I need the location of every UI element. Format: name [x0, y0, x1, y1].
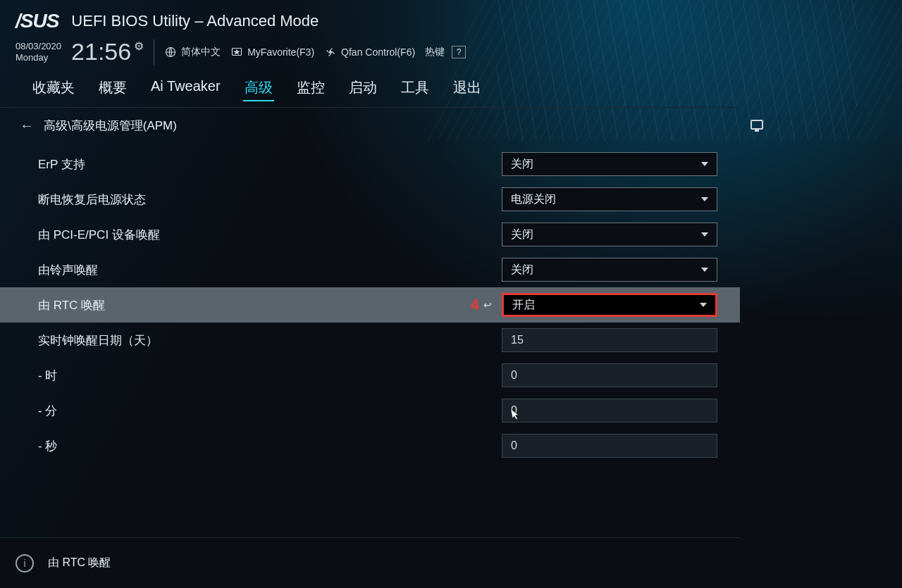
chevron-down-icon	[701, 268, 708, 272]
globe-icon	[164, 46, 177, 58]
stat-row: +3.3V3.313 V	[750, 403, 892, 427]
setting-row-2: 由 PCI-E/PCI 设备唤醒关闭	[0, 217, 740, 252]
hotkey-button[interactable]: 热键 ?	[425, 46, 466, 58]
setting-dropdown[interactable]: 关闭	[502, 258, 717, 282]
breadcrumb-text: 高级\高级电源管理(APM)	[44, 118, 177, 134]
setting-input[interactable]: 15	[502, 328, 717, 352]
date-block: 08/03/2020 Monday	[16, 41, 61, 63]
stat-value: 11.902 V	[750, 388, 807, 400]
stat-label: +12V	[750, 376, 807, 387]
tab-5[interactable]: 启动	[347, 75, 378, 101]
chevron-down-icon	[701, 232, 708, 237]
back-arrow-icon[interactable]: ←	[20, 118, 34, 134]
stat: 温度47°C	[835, 163, 891, 189]
stat-row: Vcore1.090 V	[750, 221, 892, 245]
tab-3[interactable]: 高级	[243, 75, 274, 101]
setting-row-4: 由 RTC 唤醒4↩开启	[0, 287, 740, 323]
breadcrumb: ← 高级\高级电源管理(APM)	[0, 108, 740, 144]
tab-2[interactable]: Ai Tweaker	[149, 75, 222, 101]
stat-label: +3.3V	[750, 403, 807, 413]
setting-input[interactable]: 0	[502, 434, 717, 458]
stat: +5V4.796 V	[835, 376, 891, 400]
settings-list: ErP 支持关闭断电恢复后电源状态电源关闭由 PCI-E/PCI 设备唤醒关闭由…	[0, 144, 740, 466]
tab-4[interactable]: 监控	[295, 75, 326, 101]
setting-row-6: - 时0	[0, 358, 740, 393]
setting-label: 断电恢复后电源状态	[38, 192, 502, 208]
monitor-icon	[750, 120, 763, 130]
setting-label: 由铃声唤醒	[38, 262, 502, 278]
stat: 频率3000 MHz	[750, 163, 807, 189]
chevron-down-icon	[700, 303, 707, 307]
page-title: UEFI BIOS Utility – Advanced Mode	[71, 12, 319, 30]
brand-logo: /SUS	[16, 10, 58, 32]
stat: +12V11.902 V	[750, 376, 807, 400]
setting-dropdown[interactable]: 开启	[502, 293, 717, 317]
setting-row-8: - 秒0	[0, 428, 740, 463]
dropdown-value: 关闭	[511, 227, 533, 242]
setting-dropdown[interactable]: 电源关闭	[502, 187, 717, 211]
clock: 21:56 ⚙	[71, 38, 144, 65]
stat: +3.3V3.313 V	[750, 403, 807, 427]
stat-row: APU Freq100.0 MHz比率30x	[750, 192, 892, 218]
setting-dropdown[interactable]: 关闭	[502, 152, 717, 176]
gear-icon[interactable]: ⚙	[134, 39, 144, 53]
main-area: ← 高级\高级电源管理(APM) ErP 支持关闭断电恢复后电源状态电源关闭由 …	[0, 107, 902, 588]
stat-value: 4096 MB	[750, 326, 807, 338]
annotation-marker: 4	[471, 296, 479, 314]
stat-label: Vcore	[750, 221, 807, 232]
stat-row: 频率3000 MHz温度47°C	[750, 163, 892, 189]
chevron-down-icon	[701, 197, 708, 201]
stat-value: 2133 MHz	[750, 297, 807, 309]
stat-value: 3000 MHz	[750, 177, 807, 189]
tab-1[interactable]: 概要	[97, 75, 128, 101]
stat-value: 1.090 V	[750, 233, 807, 245]
setting-label: - 时	[38, 368, 502, 384]
stat-value: 100.0 MHz	[750, 204, 807, 216]
cpu-section-title: 处理器	[750, 142, 892, 158]
stat-value: 1.200 V	[835, 297, 891, 309]
divider	[750, 345, 892, 346]
tab-6[interactable]: 工具	[400, 75, 431, 101]
setting-dropdown[interactable]: 关闭	[502, 223, 717, 246]
language-selector[interactable]: 简体中文	[164, 46, 221, 58]
dropdown-value: 关闭	[511, 157, 533, 172]
divider	[750, 252, 892, 253]
stat-label: 温度	[835, 163, 891, 176]
setting-label: - 秒	[38, 438, 502, 454]
tab-0[interactable]: 收藏夹	[31, 75, 76, 101]
qfan-button[interactable]: Qfan Control(F6)	[324, 46, 415, 58]
dropdown-value: 关闭	[511, 263, 533, 277]
stat-row: 频率2133 MHz电压1.200 V	[750, 283, 892, 309]
fan-icon	[324, 46, 337, 58]
setting-input[interactable]: 0	[502, 363, 717, 387]
setting-row-0: ErP 支持关闭	[0, 146, 740, 182]
stat-label: 电压	[835, 283, 891, 296]
stat-label: APU Freq	[750, 192, 807, 203]
myfavorite-button[interactable]: MyFavorite(F3)	[230, 46, 314, 58]
setting-label: 实时钟唤醒日期（天）	[38, 332, 502, 349]
hotkey-key-icon: ?	[452, 46, 466, 58]
dropdown-value: 开启	[512, 298, 535, 313]
header: /SUS UEFI BIOS Utility – Advanced Mode 0…	[0, 0, 902, 65]
content-pane: ← 高级\高级电源管理(APM) ErP 支持关闭断电恢复后电源状态电源关闭由 …	[0, 107, 740, 588]
setting-row-7: - 分0	[0, 393, 740, 428]
stat-row: +12V11.902 V+5V4.796 V	[750, 376, 892, 400]
info-icon: i	[16, 554, 34, 573]
setting-label: - 分	[38, 403, 502, 419]
setting-row-3: 由铃声唤醒关闭	[0, 252, 740, 287]
stat-label: 频率	[750, 163, 807, 176]
side-title: 硬件监控	[769, 116, 820, 133]
setting-row-5: 实时钟唤醒日期（天）15	[0, 323, 740, 358]
hardware-monitor-panel: 硬件监控 处理器 频率3000 MHz温度47°CAPU Freq100.0 M…	[740, 107, 902, 588]
dropdown-value: 电源关闭	[511, 192, 556, 207]
setting-label: 由 RTC 唤醒	[38, 297, 471, 313]
chevron-down-icon	[701, 162, 708, 166]
tab-bar: 收藏夹概要Ai Tweaker高级监控启动工具退出	[0, 65, 902, 107]
stat-value: 3.313 V	[750, 415, 807, 427]
tab-7[interactable]: 退出	[452, 75, 483, 101]
stat: 电压1.200 V	[835, 283, 891, 309]
setting-input[interactable]: 0	[502, 399, 717, 423]
date-text: 08/03/2020	[16, 41, 61, 52]
divider	[154, 39, 154, 65]
weekday-text: Monday	[16, 52, 61, 63]
